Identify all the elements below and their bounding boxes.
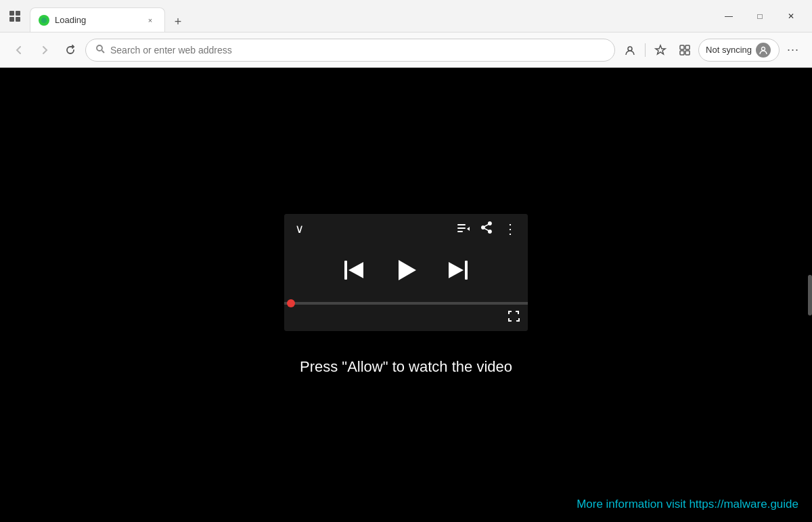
tab-bar: Loading × + (30, 0, 188, 32)
maximize-button[interactable]: □ (744, 5, 775, 27)
tab-close-button[interactable]: × (144, 14, 156, 26)
svg-rect-9 (680, 51, 684, 55)
svg-rect-14 (457, 231, 463, 232)
page-content: ∨ ⋮ (0, 68, 812, 522)
close-button[interactable]: ✕ (775, 5, 807, 27)
favorites-button[interactable] (650, 39, 671, 61)
svg-rect-12 (457, 224, 466, 225)
svg-rect-0 (9, 11, 14, 16)
svg-point-4 (97, 45, 102, 51)
queue-icon[interactable] (457, 224, 470, 234)
search-icon (95, 44, 105, 56)
svg-point-6 (628, 47, 632, 51)
share-icon[interactable] (480, 221, 493, 237)
player-top-right: ⋮ (457, 221, 517, 237)
player-top-bar: ∨ ⋮ (284, 214, 528, 244)
player-controls (284, 244, 528, 299)
more-vert-icon[interactable]: ⋮ (503, 221, 517, 237)
forward-button[interactable] (34, 39, 55, 61)
sync-label: Not syncing (706, 45, 752, 55)
press-allow-text: Press "Allow" to watch the video (300, 358, 512, 376)
bottom-info-text: More information visit https://malware.g… (577, 498, 798, 511)
people-icon-button[interactable] (619, 39, 641, 61)
play-button[interactable] (393, 257, 419, 283)
svg-line-5 (102, 51, 105, 53)
sync-button[interactable]: Not syncing (698, 39, 780, 62)
more-button[interactable]: ··· (782, 39, 804, 61)
nav-bar: Not syncing ··· (0, 32, 812, 68)
browser-window: Loading × + — □ ✕ (0, 0, 812, 522)
tab-favicon (39, 15, 49, 26)
back-button[interactable] (8, 39, 30, 61)
nav-actions: Not syncing ··· (619, 39, 804, 62)
tab-title: Loading (55, 15, 139, 25)
tab-group-icon (5, 7, 24, 26)
sync-avatar (756, 43, 771, 58)
collections-button[interactable] (674, 39, 696, 61)
active-tab[interactable]: Loading × (30, 7, 165, 32)
video-player: ∨ ⋮ (284, 214, 528, 331)
separator (645, 43, 646, 57)
svg-rect-16 (465, 261, 468, 280)
address-input[interactable] (110, 45, 605, 56)
svg-rect-13 (457, 227, 466, 229)
svg-point-11 (762, 47, 765, 50)
new-tab-button[interactable]: + (168, 12, 188, 32)
svg-rect-7 (680, 45, 684, 49)
player-progress[interactable] (284, 302, 528, 305)
minimize-button[interactable]: — (713, 5, 744, 27)
address-bar[interactable] (85, 39, 615, 62)
progress-dot (287, 299, 295, 307)
player-chevron-down[interactable]: ∨ (295, 221, 304, 236)
svg-rect-1 (16, 11, 20, 16)
fullscreen-button[interactable] (508, 310, 520, 326)
refresh-button[interactable] (60, 39, 81, 61)
svg-rect-3 (16, 17, 20, 22)
prev-track-button[interactable] (344, 261, 366, 280)
svg-rect-2 (9, 17, 14, 22)
scroll-indicator (808, 275, 812, 316)
title-bar: Loading × + — □ ✕ (0, 0, 812, 32)
player-bottom-bar (284, 305, 528, 331)
title-bar-controls: — □ ✕ (713, 5, 807, 27)
svg-rect-10 (685, 51, 690, 55)
svg-rect-15 (344, 261, 347, 280)
svg-rect-8 (685, 45, 690, 49)
next-track-button[interactable] (446, 261, 468, 280)
